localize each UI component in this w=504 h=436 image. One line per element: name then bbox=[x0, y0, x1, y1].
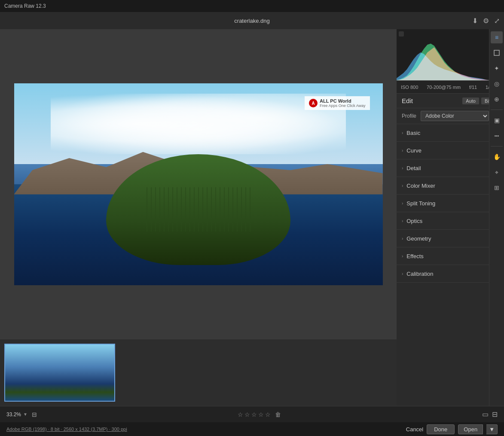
chevron-icon: › bbox=[402, 148, 403, 153]
more-tool-icon[interactable]: ••• bbox=[491, 130, 503, 142]
section-label: Split Toning bbox=[406, 200, 435, 207]
chevron-icon: › bbox=[402, 271, 403, 276]
action-bar: Adobe RGB (1998) · 8 bit · 2560 x 1432 (… bbox=[0, 422, 504, 436]
chevron-icon: › bbox=[402, 219, 403, 223]
grid-tool-icon[interactable]: ⊞ bbox=[491, 182, 503, 194]
section-label: Basic bbox=[406, 130, 420, 136]
color-info[interactable]: Adobe RGB (1998) · 8 bit · 2560 x 1432 (… bbox=[6, 427, 127, 432]
clipping-left-indicator[interactable] bbox=[399, 31, 404, 37]
eyedropper-tool-icon[interactable]: ⌖ bbox=[491, 166, 503, 178]
image-container[interactable]: A ALL PC World Free Apps One Click Away bbox=[0, 29, 397, 339]
cancel-button[interactable]: Cancel bbox=[406, 426, 423, 433]
panel-sections: › Basic ◉ › Curve ◉ › Detail ◉ › Color M… bbox=[397, 124, 504, 283]
section-label: Detail bbox=[406, 165, 421, 171]
main-image: A ALL PC World Free Apps One Click Away bbox=[14, 83, 383, 285]
title-bar: Camera Raw 12.3 bbox=[0, 0, 504, 12]
profile-row: Profile Adobe Color ⊞ bbox=[397, 108, 504, 124]
profile-select[interactable]: Adobe Color bbox=[421, 111, 489, 121]
section-label: Color Mixer bbox=[406, 183, 435, 189]
bottom-center: ☆ ☆ ☆ ☆ ☆ 🗑 bbox=[238, 411, 281, 418]
camera-info: ISO 800 70-200@75 mm f/11 1/500s bbox=[397, 81, 504, 94]
aperture-value: f/11 bbox=[469, 85, 477, 90]
single-view-btn[interactable]: ▭ bbox=[482, 410, 489, 418]
mask-tool-icon[interactable]: ⊕ bbox=[491, 93, 503, 105]
section-effects[interactable]: › Effects ◉ bbox=[397, 247, 504, 265]
top-icons: ⬇ ⚙ ⤢ bbox=[472, 17, 500, 25]
thumbnail-item[interactable] bbox=[4, 344, 115, 402]
canvas-area: A ALL PC World Free Apps One Click Away bbox=[0, 29, 397, 406]
section-label: Calibration bbox=[406, 271, 433, 277]
section-label: Effects bbox=[406, 253, 424, 259]
profile-label: Profile bbox=[402, 113, 416, 119]
section-detail[interactable]: › Detail ◉ bbox=[397, 159, 504, 177]
heal-tool-icon[interactable]: ✦ bbox=[491, 62, 503, 74]
section-split-toning[interactable]: › Split Toning ◉ bbox=[397, 195, 504, 212]
watermark-icon: A bbox=[309, 99, 318, 107]
trash-icon[interactable]: 🗑 bbox=[275, 411, 281, 418]
chevron-icon: › bbox=[402, 254, 403, 259]
right-panel: ISO 800 70-200@75 mm f/11 1/500s Edit Au… bbox=[397, 29, 504, 406]
toolbar-divider-1 bbox=[491, 110, 502, 110]
edit-panel: Edit Auto B&W Profile Adobe Color ⊞ › Ba… bbox=[397, 94, 504, 406]
hand-tool-icon[interactable]: ✋ bbox=[491, 151, 503, 163]
snapshot-tool-icon[interactable]: ▣ bbox=[491, 114, 503, 126]
redeye-tool-icon[interactable]: ◎ bbox=[491, 78, 503, 90]
split-view-btn[interactable]: ⊟ bbox=[492, 410, 498, 418]
right-icons-toolbar: ≡ ✦ ◎ ⊕ ▣ ••• ✋ ⌖ ⊞ bbox=[489, 29, 504, 406]
bottom-right-controls: ▭ ⊟ bbox=[482, 410, 498, 418]
auto-button[interactable]: Auto bbox=[462, 98, 479, 104]
zoom-fit-icon[interactable]: ⊟ bbox=[32, 411, 37, 418]
chevron-icon: › bbox=[402, 131, 403, 135]
edit-title: Edit bbox=[402, 97, 413, 104]
bottom-bar: 33.2% ▼ ⊟ ☆ ☆ ☆ ☆ ☆ 🗑 ▭ ⊟ bbox=[0, 406, 504, 422]
filename: craterlake.dng bbox=[234, 18, 269, 24]
zoom-control: 33.2% ▼ ⊟ bbox=[6, 411, 37, 418]
section-curve[interactable]: › Curve ◉ bbox=[397, 142, 504, 159]
star-2[interactable]: ☆ bbox=[244, 411, 250, 418]
done-button[interactable]: Done bbox=[427, 424, 455, 434]
action-buttons: Cancel Done Open ▼ bbox=[406, 424, 498, 434]
section-geometry[interactable]: › Geometry ◉ bbox=[397, 230, 504, 247]
settings-icon[interactable]: ⚙ bbox=[483, 17, 489, 25]
save-icon[interactable]: ⬇ bbox=[472, 17, 478, 25]
section-label: Geometry bbox=[406, 235, 431, 242]
lens-value: 70-200@75 mm bbox=[427, 85, 461, 90]
section-color-mixer[interactable]: › Color Mixer ◉ bbox=[397, 177, 504, 195]
section-basic[interactable]: › Basic ◉ bbox=[397, 124, 504, 142]
zoom-value: 33.2% bbox=[6, 412, 21, 418]
edit-tool-icon[interactable]: ≡ bbox=[491, 31, 503, 43]
star-1[interactable]: ☆ bbox=[238, 411, 243, 418]
section-calibration[interactable]: › Calibration ◉ bbox=[397, 265, 504, 283]
fullscreen-icon[interactable]: ⤢ bbox=[494, 17, 500, 25]
chevron-icon: › bbox=[402, 183, 403, 188]
star-3[interactable]: ☆ bbox=[251, 411, 257, 418]
section-optics[interactable]: › Optics ◉ bbox=[397, 212, 504, 230]
section-label: Curve bbox=[406, 147, 422, 154]
section-label: Optics bbox=[406, 218, 422, 224]
star-5[interactable]: ☆ bbox=[265, 411, 271, 418]
edit-header: Edit Auto B&W bbox=[397, 94, 504, 108]
histogram bbox=[397, 29, 504, 81]
chevron-icon: › bbox=[402, 166, 403, 171]
svg-rect-0 bbox=[494, 50, 499, 55]
watermark: A ALL PC World Free Apps One Click Away bbox=[305, 96, 370, 110]
app-title: Camera Raw 12.3 bbox=[4, 3, 46, 9]
chevron-icon: › bbox=[402, 201, 403, 206]
iso-value: ISO 800 bbox=[401, 85, 418, 90]
chevron-icon: › bbox=[402, 236, 403, 241]
zoom-dropdown-icon[interactable]: ▼ bbox=[23, 412, 27, 417]
toolbar-divider-2 bbox=[491, 146, 502, 146]
star-rating: ☆ ☆ ☆ ☆ ☆ bbox=[238, 411, 271, 418]
open-arrow-button[interactable]: ▼ bbox=[486, 424, 498, 434]
open-button[interactable]: Open bbox=[458, 424, 483, 434]
top-bar: craterlake.dng ⬇ ⚙ ⤢ bbox=[0, 12, 504, 29]
thumbnail-strip bbox=[0, 339, 397, 406]
star-4[interactable]: ☆ bbox=[258, 411, 264, 418]
crop-tool-icon[interactable] bbox=[491, 47, 503, 59]
